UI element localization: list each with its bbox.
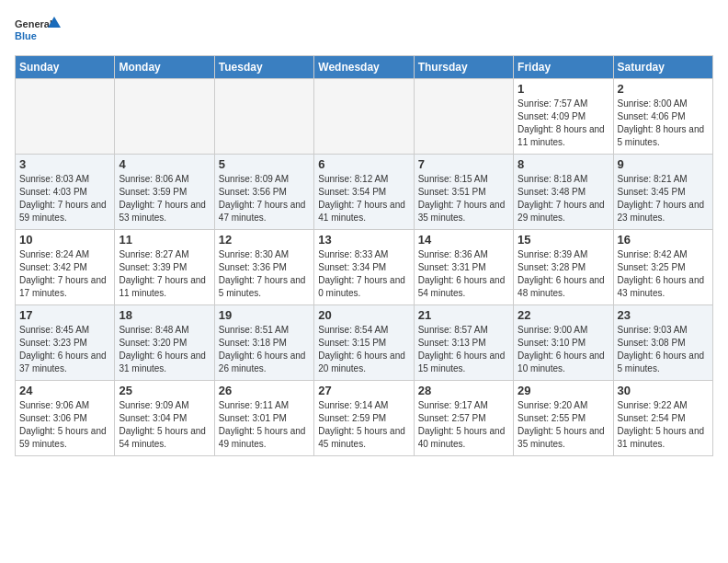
calendar-week-4: 17 Sunrise: 8:45 AMSunset: 3:23 PMDaylig…: [16, 305, 713, 381]
svg-text:General: General: [15, 18, 52, 29]
calendar-cell: 16 Sunrise: 8:42 AMSunset: 3:25 PMDaylig…: [613, 230, 712, 305]
calendar-cell: 8 Sunrise: 8:18 AMSunset: 3:48 PMDayligh…: [514, 155, 613, 230]
day-info: Sunrise: 8:39 AMSunset: 3:28 PMDaylight:…: [518, 248, 609, 300]
day-number: 20: [318, 308, 409, 322]
day-header-wednesday: Wednesday: [314, 56, 414, 79]
day-info: Sunrise: 8:30 AMSunset: 3:36 PMDaylight:…: [219, 248, 310, 300]
day-info: Sunrise: 9:03 AMSunset: 3:08 PMDaylight:…: [618, 324, 709, 375]
svg-text:Blue: Blue: [15, 30, 37, 41]
day-number: 18: [119, 308, 210, 322]
calendar-cell: 28 Sunrise: 9:17 AMSunset: 2:57 PMDaylig…: [414, 381, 513, 456]
day-number: 21: [418, 308, 509, 322]
day-info: Sunrise: 8:03 AMSunset: 4:03 PMDaylight:…: [19, 173, 110, 224]
day-number: 23: [618, 308, 709, 322]
day-info: Sunrise: 8:54 AMSunset: 3:15 PMDaylight:…: [318, 324, 409, 375]
day-number: 22: [518, 308, 609, 322]
day-info: Sunrise: 8:36 AMSunset: 3:31 PMDaylight:…: [418, 248, 509, 300]
calendar-week-5: 24 Sunrise: 9:06 AMSunset: 3:06 PMDaylig…: [16, 381, 713, 456]
calendar-cell: 25 Sunrise: 9:09 AMSunset: 3:04 PMDaylig…: [115, 381, 214, 456]
day-number: 13: [318, 233, 409, 247]
calendar-cell: 18 Sunrise: 8:48 AMSunset: 3:20 PMDaylig…: [115, 305, 214, 381]
calendar-cell: 23 Sunrise: 9:03 AMSunset: 3:08 PMDaylig…: [613, 305, 712, 381]
day-info: Sunrise: 8:18 AMSunset: 3:48 PMDaylight:…: [518, 173, 609, 224]
day-info: Sunrise: 8:45 AMSunset: 3:23 PMDaylight:…: [19, 324, 110, 375]
calendar-cell: 30 Sunrise: 9:22 AMSunset: 2:54 PMDaylig…: [613, 381, 712, 456]
calendar-cell: 5 Sunrise: 8:09 AMSunset: 3:56 PMDayligh…: [214, 155, 313, 230]
calendar-cell: 17 Sunrise: 8:45 AMSunset: 3:23 PMDaylig…: [16, 305, 115, 381]
day-info: Sunrise: 8:57 AMSunset: 3:13 PMDaylight:…: [418, 324, 509, 375]
day-info: Sunrise: 8:51 AMSunset: 3:18 PMDaylight:…: [219, 324, 310, 375]
day-header-friday: Friday: [514, 56, 613, 79]
day-number: 4: [119, 157, 210, 171]
day-number: 10: [19, 233, 110, 247]
calendar-cell: 11 Sunrise: 8:27 AMSunset: 3:39 PMDaylig…: [115, 230, 214, 305]
calendar-cell: 4 Sunrise: 8:06 AMSunset: 3:59 PMDayligh…: [115, 155, 214, 230]
day-header-saturday: Saturday: [613, 56, 712, 79]
day-info: Sunrise: 9:11 AMSunset: 3:01 PMDaylight:…: [219, 399, 310, 451]
day-info: Sunrise: 8:48 AMSunset: 3:20 PMDaylight:…: [119, 324, 210, 375]
calendar-cell: 12 Sunrise: 8:30 AMSunset: 3:36 PMDaylig…: [214, 230, 313, 305]
day-info: Sunrise: 8:15 AMSunset: 3:51 PMDaylight:…: [418, 173, 509, 224]
calendar-cell: 29 Sunrise: 9:20 AMSunset: 2:55 PMDaylig…: [514, 381, 613, 456]
calendar-week-1: 1 Sunrise: 7:57 AMSunset: 4:09 PMDayligh…: [16, 79, 713, 155]
calendar-cell: 14 Sunrise: 8:36 AMSunset: 3:31 PMDaylig…: [414, 230, 513, 305]
day-number: 29: [518, 384, 609, 397]
day-number: 11: [119, 233, 210, 247]
day-number: 2: [618, 82, 709, 96]
day-number: 19: [219, 308, 310, 322]
day-number: 24: [19, 384, 110, 397]
logo: General Blue: [15, 15, 61, 48]
day-number: 16: [618, 233, 709, 247]
day-number: 8: [518, 157, 609, 171]
day-header-sunday: Sunday: [16, 56, 115, 79]
calendar-cell: 24 Sunrise: 9:06 AMSunset: 3:06 PMDaylig…: [16, 381, 115, 456]
calendar-cell: 22 Sunrise: 9:00 AMSunset: 3:10 PMDaylig…: [514, 305, 613, 381]
calendar-cell: [214, 79, 313, 155]
day-info: Sunrise: 9:20 AMSunset: 2:55 PMDaylight:…: [518, 399, 609, 451]
day-header-thursday: Thursday: [414, 56, 513, 79]
day-number: 15: [518, 233, 609, 247]
calendar-cell: 27 Sunrise: 9:14 AMSunset: 2:59 PMDaylig…: [314, 381, 414, 456]
day-header-monday: Monday: [115, 56, 214, 79]
page-header: General Blue: [15, 15, 713, 48]
day-number: 28: [418, 384, 509, 397]
day-info: Sunrise: 8:24 AMSunset: 3:42 PMDaylight:…: [19, 248, 110, 300]
day-info: Sunrise: 8:33 AMSunset: 3:34 PMDaylight:…: [318, 248, 409, 300]
day-info: Sunrise: 9:09 AMSunset: 3:04 PMDaylight:…: [119, 399, 210, 451]
logo-svg: General Blue: [15, 15, 61, 48]
calendar-cell: 19 Sunrise: 8:51 AMSunset: 3:18 PMDaylig…: [214, 305, 313, 381]
day-info: Sunrise: 8:12 AMSunset: 3:54 PMDaylight:…: [318, 173, 409, 224]
calendar-cell: 21 Sunrise: 8:57 AMSunset: 3:13 PMDaylig…: [414, 305, 513, 381]
day-info: Sunrise: 9:22 AMSunset: 2:54 PMDaylight:…: [618, 399, 709, 451]
day-number: 12: [219, 233, 310, 247]
calendar-cell: 13 Sunrise: 8:33 AMSunset: 3:34 PMDaylig…: [314, 230, 414, 305]
calendar-week-3: 10 Sunrise: 8:24 AMSunset: 3:42 PMDaylig…: [16, 230, 713, 305]
day-number: 25: [119, 384, 210, 397]
day-number: 6: [318, 157, 409, 171]
day-number: 17: [19, 308, 110, 322]
calendar-cell: 7 Sunrise: 8:15 AMSunset: 3:51 PMDayligh…: [414, 155, 513, 230]
calendar-cell: [115, 79, 214, 155]
day-number: 3: [19, 157, 110, 171]
calendar-table: SundayMondayTuesdayWednesdayThursdayFrid…: [15, 55, 713, 456]
day-number: 5: [219, 157, 310, 171]
day-info: Sunrise: 7:57 AMSunset: 4:09 PMDaylight:…: [518, 98, 609, 149]
calendar-cell: 9 Sunrise: 8:21 AMSunset: 3:45 PMDayligh…: [613, 155, 712, 230]
calendar-cell: 10 Sunrise: 8:24 AMSunset: 3:42 PMDaylig…: [16, 230, 115, 305]
day-info: Sunrise: 8:00 AMSunset: 4:06 PMDaylight:…: [618, 98, 709, 149]
day-info: Sunrise: 9:14 AMSunset: 2:59 PMDaylight:…: [318, 399, 409, 451]
day-number: 1: [518, 82, 609, 96]
day-info: Sunrise: 9:00 AMSunset: 3:10 PMDaylight:…: [518, 324, 609, 375]
day-info: Sunrise: 9:17 AMSunset: 2:57 PMDaylight:…: [418, 399, 509, 451]
day-number: 27: [318, 384, 409, 397]
calendar-cell: [314, 79, 414, 155]
calendar-cell: 20 Sunrise: 8:54 AMSunset: 3:15 PMDaylig…: [314, 305, 414, 381]
day-info: Sunrise: 9:06 AMSunset: 3:06 PMDaylight:…: [19, 399, 110, 451]
day-info: Sunrise: 8:42 AMSunset: 3:25 PMDaylight:…: [618, 248, 709, 300]
day-number: 30: [618, 384, 709, 397]
day-number: 7: [418, 157, 509, 171]
day-header-tuesday: Tuesday: [214, 56, 313, 79]
day-number: 26: [219, 384, 310, 397]
calendar-cell: [414, 79, 513, 155]
calendar-week-2: 3 Sunrise: 8:03 AMSunset: 4:03 PMDayligh…: [16, 155, 713, 230]
